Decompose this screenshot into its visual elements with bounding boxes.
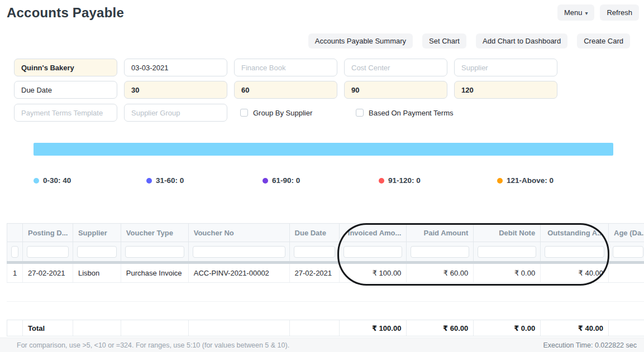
ageing-range-4-input[interactable] — [454, 81, 557, 99]
ageing-range-2-input[interactable] — [234, 81, 337, 99]
col-header-supplier[interactable]: Supplier — [73, 224, 121, 242]
cell-outstanding-amount[interactable]: ₹ 40.00 — [541, 264, 609, 282]
legend-label: 0-30: 40 — [43, 176, 71, 185]
supplier-input[interactable] — [454, 59, 557, 76]
filter-cell-supplier — [73, 242, 121, 261]
cell-row-index: 1 — [7, 264, 23, 282]
legend-label: 91-120: 0 — [388, 176, 421, 185]
legend-label: 121-Above: 0 — [507, 176, 554, 185]
col-header-voucher-type[interactable]: Voucher Type — [121, 224, 189, 242]
col-header-posting-date[interactable]: Posting D... — [23, 224, 73, 242]
col-header-outstanding-amount[interactable]: Outstanding A... — [541, 224, 609, 242]
total-outstanding-amount: ₹ 40.00 — [541, 320, 609, 336]
based-on-payment-terms-checkbox[interactable]: Based On Payment Terms — [356, 109, 454, 117]
ageing-chart-bar-0-30[interactable] — [34, 143, 613, 156]
cell-age[interactable] — [609, 264, 644, 282]
cell-paid-amount[interactable]: ₹ 60.00 — [407, 264, 474, 282]
total-voucher-no-cell — [189, 320, 290, 336]
table-filter-row — [7, 242, 644, 261]
refresh-button[interactable]: Refresh — [600, 4, 639, 21]
set-chart-button[interactable]: Set Chart — [422, 33, 466, 49]
company-filter-input[interactable] — [14, 59, 117, 76]
cost-center-input[interactable] — [344, 59, 447, 76]
filter-cell-debit-note — [474, 242, 541, 261]
legend-item-0-30: 0-30: 40 — [34, 176, 71, 185]
filter-row-1 — [14, 59, 557, 76]
col-header-debit-note[interactable]: Debit Note — [474, 224, 541, 242]
group-by-supplier-checkbox[interactable]: Group By Supplier — [240, 109, 349, 117]
column-filter-input-due-date[interactable] — [294, 246, 336, 258]
col-header-invoiced-amount[interactable]: Invoiced Amo... — [340, 224, 407, 242]
execution-time: Execution Time: 0.022822 sec — [543, 341, 637, 349]
col-header-paid-amount[interactable]: Paid Amount — [407, 224, 474, 242]
report-table: Posting D... Supplier Voucher Type Vouch… — [7, 223, 644, 336]
based-on-payment-terms-label: Based On Payment Terms — [369, 109, 454, 117]
col-header-voucher-no[interactable]: Voucher No — [189, 224, 290, 242]
ageing-range-3-input[interactable] — [344, 81, 447, 99]
add-chart-to-dashboard-button[interactable]: Add Chart to Dashboard — [476, 33, 567, 49]
total-debit-note: ₹ 0.00 — [474, 320, 541, 336]
table-header-row: Posting D... Supplier Voucher Type Vouch… — [7, 223, 644, 242]
menu-button[interactable]: Menu▾ — [557, 4, 595, 21]
finance-book-input[interactable] — [234, 59, 337, 76]
filter-cell-outstanding-amount — [541, 242, 609, 261]
total-paid-amount: ₹ 60.00 — [407, 320, 474, 336]
filter-cell-posting-date — [23, 242, 73, 261]
report-date-input[interactable] — [124, 59, 227, 76]
legend-dot-icon — [34, 178, 39, 184]
filter-cell-voucher-type — [121, 242, 189, 261]
page-title: Accounts Payable — [7, 5, 124, 21]
table-row: 1 27-02-2021 Lisbon Purchase Invoice ACC… — [7, 264, 644, 283]
filter-cell-age — [609, 242, 644, 261]
ageing-based-on-select[interactable] — [14, 81, 117, 99]
create-card-button[interactable]: Create Card — [577, 33, 630, 49]
filter-row-2 — [14, 81, 557, 99]
legend-dot-icon — [497, 178, 503, 184]
cell-invoiced-amount[interactable]: ₹ 100.00 — [340, 264, 407, 282]
supplier-group-input[interactable] — [124, 104, 227, 122]
filter-row-3: Group By Supplier Based On Payment Terms — [14, 104, 454, 122]
legend-item-61-90: 61-90: 0 — [263, 176, 300, 185]
column-filter-input-paid-amount[interactable] — [411, 246, 469, 258]
legend-dot-icon — [146, 178, 152, 184]
total-index-cell — [7, 320, 23, 336]
accounts-payable-summary-button[interactable]: Accounts Payable Summary — [308, 33, 413, 49]
filter-cell-paid-amount — [407, 242, 474, 261]
filter-cell-due-date — [290, 242, 340, 261]
column-filter-input-index[interactable] — [11, 246, 18, 258]
column-filter-input-age[interactable] — [613, 246, 643, 258]
legend-item-91-120: 91-120: 0 — [379, 176, 421, 185]
cell-posting-date[interactable]: 27-02-2021 — [23, 264, 73, 282]
accounts-payable-report-page: Accounts Payable Menu▾ Refresh Accounts … — [0, 0, 644, 352]
ageing-range-1-input[interactable] — [124, 81, 227, 99]
checkbox-icon[interactable] — [240, 109, 248, 117]
page-actions: Menu▾ Refresh — [557, 4, 639, 21]
cell-supplier[interactable]: Lisbon — [73, 264, 121, 282]
col-header-age[interactable]: Age (Da... — [609, 224, 644, 242]
col-header-index[interactable] — [7, 224, 23, 242]
filter-cell-invoiced-amount — [340, 242, 407, 261]
group-by-supplier-label: Group By Supplier — [253, 109, 312, 117]
legend-item-31-60: 31-60: 0 — [146, 176, 184, 185]
column-filter-input-supplier[interactable] — [77, 246, 117, 258]
total-invoiced-amount: ₹ 100.00 — [340, 320, 407, 336]
column-filter-input-posting-date[interactable] — [27, 246, 69, 258]
total-age-cell — [609, 320, 644, 336]
page-header: Accounts Payable Menu▾ Refresh — [0, 0, 644, 25]
column-filter-input-invoiced-amount[interactable] — [344, 246, 402, 258]
total-label: Total — [23, 320, 73, 336]
col-header-due-date[interactable]: Due Date — [290, 224, 340, 242]
column-filter-input-voucher-no[interactable] — [193, 246, 285, 258]
legend-item-121-above: 121-Above: 0 — [497, 176, 554, 185]
column-filter-input-debit-note[interactable] — [478, 246, 536, 258]
column-filter-input-voucher-type[interactable] — [125, 246, 184, 258]
checkbox-icon[interactable] — [356, 109, 364, 117]
cell-voucher-type[interactable]: Purchase Invoice — [121, 264, 189, 282]
column-filter-input-outstanding-amount[interactable] — [545, 246, 604, 258]
cell-due-date[interactable]: 27-02-2021 — [290, 264, 340, 282]
legend-label: 61-90: 0 — [272, 176, 300, 185]
cell-voucher-no[interactable]: ACC-PINV-2021-00002 — [189, 264, 290, 282]
filter-cell-index — [7, 242, 23, 261]
payment-terms-template-input[interactable] — [14, 104, 117, 122]
cell-debit-note[interactable]: ₹ 0.00 — [474, 264, 541, 282]
